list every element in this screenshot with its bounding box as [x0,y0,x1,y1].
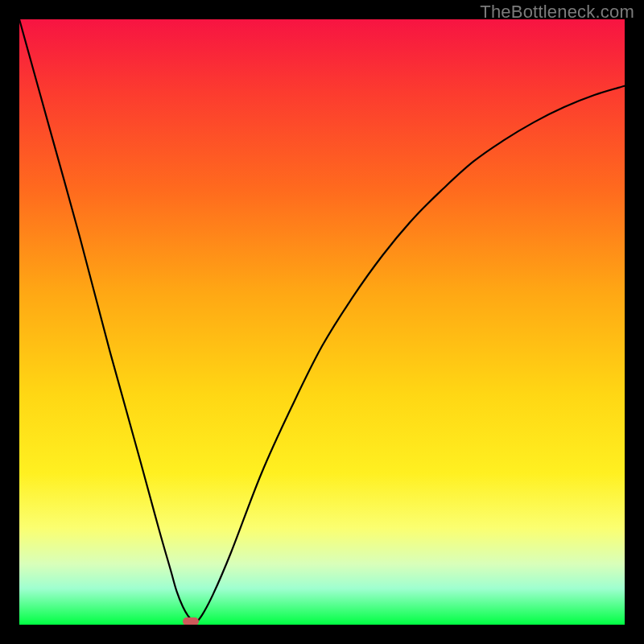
watermark-text: TheBottleneck.com [480,2,634,23]
bottleneck-marker [183,617,199,625]
bottleneck-curve [19,19,625,625]
plot-area [19,19,625,625]
chart-frame: TheBottleneck.com [0,0,644,644]
